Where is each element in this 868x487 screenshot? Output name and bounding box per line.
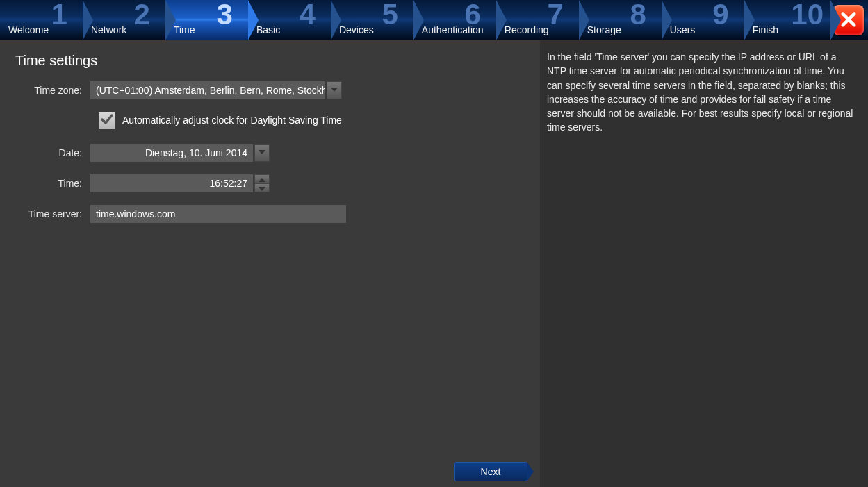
- time-field[interactable]: 16:52:27: [90, 174, 253, 192]
- check-icon: [101, 113, 113, 128]
- wizard-step-bar: 1 Welcome 2 Network 3 Time 4 Basic 5 Dev…: [0, 0, 868, 40]
- wizard-step-users[interactable]: 9 Users: [662, 0, 744, 40]
- wizard-step-authentication[interactable]: 6 Authentication: [413, 0, 496, 40]
- date-field[interactable]: Dienstag, 10. Juni 2014: [90, 144, 253, 162]
- wizard-step-devices[interactable]: 5 Devices: [331, 0, 413, 40]
- close-icon: [839, 10, 858, 31]
- chevron-down-icon: [258, 147, 266, 158]
- time-zone-dropdown-button[interactable]: [327, 81, 342, 99]
- wizard-step-time[interactable]: 3 Time: [165, 0, 248, 40]
- dst-checkbox-label: Automatically adjust clock for Daylight …: [122, 115, 342, 126]
- wizard-step-welcome[interactable]: 1 Welcome: [0, 0, 83, 40]
- chevron-down-icon: [259, 183, 265, 194]
- next-button[interactable]: Next: [454, 462, 527, 481]
- next-button-label: Next: [481, 466, 501, 477]
- wizard-step-network[interactable]: 2 Network: [83, 0, 165, 40]
- date-dropdown-button[interactable]: [254, 144, 270, 162]
- help-pane: In the field 'Time server' you can speci…: [540, 40, 868, 487]
- time-spinner: [254, 174, 270, 192]
- wizard-step-basic[interactable]: 4 Basic: [248, 0, 331, 40]
- row-dst: Automatically adjust clock for Daylight …: [99, 112, 525, 129]
- row-time-server: Time server: time.windows.com: [15, 205, 525, 223]
- time-spinner-down[interactable]: [254, 183, 270, 192]
- label-time-server: Time server:: [15, 208, 90, 220]
- content-area: Time settings Time zone: (UTC+01:00) Ams…: [0, 40, 868, 487]
- row-time: Time: 16:52:27: [15, 174, 525, 192]
- row-time-zone: Time zone: (UTC+01:00) Amsterdam, Berlin…: [15, 81, 525, 99]
- settings-pane: Time settings Time zone: (UTC+01:00) Ams…: [0, 40, 540, 487]
- label-date: Date:: [15, 147, 90, 158]
- time-server-input[interactable]: time.windows.com: [90, 205, 346, 223]
- page-title: Time settings: [15, 53, 525, 69]
- dst-checkbox[interactable]: [99, 112, 115, 129]
- time-zone-select[interactable]: (UTC+01:00) Amsterdam, Berlin, Bern, Rom…: [90, 81, 325, 99]
- close-button[interactable]: [833, 5, 864, 35]
- wizard-step-storage[interactable]: 8 Storage: [579, 0, 662, 40]
- chevron-down-icon: [330, 85, 338, 96]
- row-date: Date: Dienstag, 10. Juni 2014: [15, 144, 525, 162]
- wizard-step-recording[interactable]: 7 Recording: [496, 0, 579, 40]
- label-time: Time:: [15, 178, 90, 189]
- help-text: In the field 'Time server' you can speci…: [547, 50, 857, 135]
- wizard-step-finish[interactable]: 10 Finish: [744, 0, 830, 40]
- label-time-zone: Time zone:: [15, 85, 90, 96]
